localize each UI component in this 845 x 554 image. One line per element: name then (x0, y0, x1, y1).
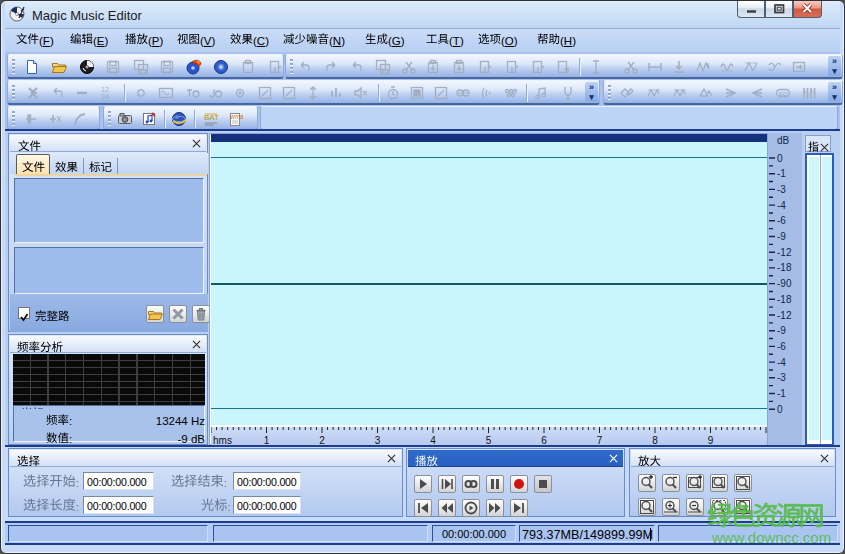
svg-text:0: 0 (777, 153, 783, 164)
svg-text:-3: -3 (777, 372, 786, 383)
svg-text:-12: -12 (777, 247, 792, 258)
svg-text:wma: wma (229, 113, 243, 120)
svg-text:-4: -4 (777, 357, 786, 368)
svg-text:-6: -6 (777, 341, 786, 352)
svg-text:-6: -6 (777, 215, 786, 226)
svg-text:-9: -9 (777, 231, 786, 242)
svg-text:-18: -18 (777, 262, 792, 273)
svg-text:-1: -1 (777, 168, 786, 179)
svg-text:-4: -4 (777, 200, 786, 211)
svg-text:-9: -9 (777, 325, 786, 336)
svg-text:-18: -18 (777, 294, 792, 305)
svg-text:12: 12 (101, 86, 109, 93)
svg-text:-12: -12 (777, 310, 792, 321)
svg-text:34: 34 (101, 93, 109, 100)
svg-text:EQ: EQ (779, 91, 788, 97)
svg-text:0: 0 (777, 404, 783, 415)
svg-text:-1: -1 (777, 388, 786, 399)
svg-text:-90: -90 (777, 278, 792, 289)
svg-text:-3: -3 (777, 184, 786, 195)
